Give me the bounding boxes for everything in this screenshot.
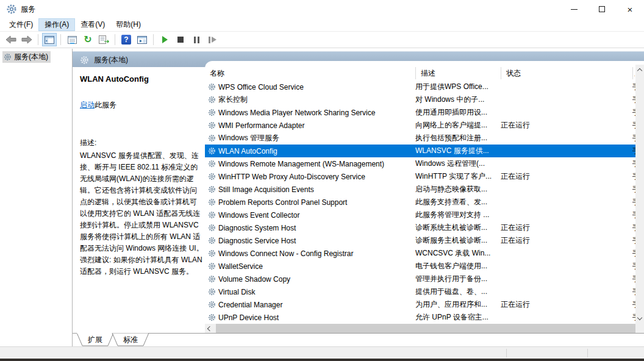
service-status: 正在运行 — [501, 223, 632, 233]
description-label: 描述: — [80, 138, 200, 148]
service-name: WMI Performance Adapter — [218, 121, 415, 130]
window-title: 服务 — [21, 4, 35, 15]
maximize-button[interactable] — [588, 0, 616, 18]
help-icon: ? — [121, 35, 131, 45]
pause-icon — [194, 37, 199, 43]
back-button[interactable] — [4, 33, 18, 46]
service-row[interactable]: Virtual Disk 提供用于磁盘、卷、... 手 — [205, 285, 635, 298]
service-row[interactable]: Windows Remote Management (WS-Management… — [205, 157, 635, 170]
service-row[interactable]: UPnP Device Host 允许 UPnP 设备宿主... 手 — [205, 311, 635, 324]
close-button[interactable]: × — [616, 0, 644, 18]
services-window: 服务 × 文件(F) 操作(A) 查看(V) 帮助(H) — [0, 0, 644, 361]
toolbar: ↻ ? — [0, 32, 644, 48]
properties-button[interactable] — [65, 33, 79, 46]
service-description: 对 Windows 中的子... — [415, 95, 501, 105]
service-row[interactable]: WalletService 电子钱包客户端使用... 手 — [205, 260, 635, 273]
scroll-down-icon[interactable] — [637, 315, 642, 320]
status-divider — [506, 349, 507, 357]
service-name: Virtual Disk — [218, 288, 415, 296]
service-status: 正在运行 — [501, 235, 632, 246]
export-list-icon — [99, 35, 109, 44]
service-row[interactable]: WMI Performance Adapter 向网络上的客户端提... 正在运… — [205, 119, 635, 132]
service-description: Windows 远程管理(... — [415, 159, 501, 169]
service-description: 向网络上的客户端提... — [415, 120, 501, 130]
toolbar-separator — [153, 34, 154, 45]
service-gear-icon — [208, 83, 216, 91]
start-service-button[interactable] — [157, 33, 172, 46]
service-row[interactable]: WLAN AutoConfig WLANSVC 服务提供... 手 — [205, 145, 635, 157]
menu-item-view[interactable]: 查看(V) — [75, 18, 110, 31]
service-description: 提供用于磁盘、卷、... — [415, 287, 501, 297]
service-description: 允许 UPnP 设备宿主... — [415, 312, 501, 323]
menu-item-action[interactable]: 操作(A) — [38, 18, 75, 31]
service-row[interactable]: Diagnostic Service Host 诊断服务主机被诊断... 正在运… — [205, 234, 635, 247]
service-row[interactable]: Problem Reports Control Panel Support 此服… — [205, 196, 635, 209]
help-button[interactable]: ? — [119, 33, 134, 46]
band-title: 服务(本地) — [94, 55, 128, 65]
service-row[interactable]: Windows Connect Now - Config Registrar W… — [205, 247, 635, 260]
stop-icon — [177, 37, 184, 43]
vertical-scrollbar[interactable] — [635, 65, 644, 324]
column-header-status[interactable]: 状态 — [501, 67, 632, 79]
service-row[interactable]: Credential Manager 为用户、应用程序和... 正在运行 手 — [205, 298, 635, 311]
refresh-icon: ↻ — [84, 35, 91, 45]
refresh-button[interactable]: ↻ — [80, 33, 95, 46]
service-row[interactable]: Volume Shadow Copy 管理并执行用于备份... 手 — [205, 273, 635, 285]
column-header-startup-type-clipped[interactable]: 启 — [632, 67, 635, 79]
service-description: 为用户、应用程序和... — [415, 299, 501, 310]
service-row[interactable]: Windows 管理服务 执行包括预配和注册... 手 — [205, 132, 635, 145]
service-description: 诊断服务主机被诊断... — [415, 235, 501, 246]
service-description-text: WLANSVC 服务提供配置、发现、连接、断开与 IEEE 802.11 标准定… — [80, 150, 204, 277]
column-header-description[interactable]: 描述 — [415, 67, 501, 79]
horizontal-scroll-thumb[interactable] — [216, 324, 635, 333]
list-header: 名称 描述 状态 启 — [205, 66, 644, 80]
service-name: 家长控制 — [218, 95, 415, 105]
service-description: 管理并执行用于备份... — [415, 274, 501, 284]
stop-service-button[interactable] — [173, 33, 188, 46]
toolbar-separator — [38, 34, 38, 45]
service-row[interactable]: Windows Event Collector 此服务将管理对支持 ... 手 — [205, 209, 635, 221]
status-divider — [587, 349, 588, 357]
forward-button[interactable] — [20, 33, 34, 46]
service-name: WLAN AutoConfig — [218, 147, 415, 155]
action-pane-icon — [137, 36, 147, 44]
service-name: Windows 管理服务 — [218, 133, 415, 143]
service-description: WCNCSVC 承载 Win... — [415, 248, 501, 259]
minimize-button[interactable] — [560, 0, 588, 18]
status-bar — [0, 346, 644, 359]
service-gear-icon — [208, 288, 216, 296]
restart-service-button[interactable] — [205, 33, 220, 46]
tab-extended[interactable]: 扩展 — [76, 333, 114, 346]
service-description: 用于提供WPS Office... — [415, 82, 501, 92]
menu-item-help[interactable]: 帮助(H) — [110, 18, 146, 31]
export-list-button[interactable] — [96, 33, 111, 46]
column-header-name[interactable]: 名称 — [205, 67, 415, 79]
menu-item-file[interactable]: 文件(F) — [4, 18, 38, 31]
service-name: Credential Manager — [218, 301, 415, 309]
service-row[interactable]: WinHTTP Web Proxy Auto-Discovery Service… — [205, 170, 635, 183]
forward-arrow-icon — [21, 35, 32, 44]
band-gear-icon — [80, 55, 89, 65]
scroll-left-icon[interactable] — [207, 326, 212, 331]
service-row[interactable]: Windows Media Player Network Sharing Ser… — [205, 106, 635, 119]
toolbar-separator — [60, 34, 61, 45]
pause-service-button[interactable] — [189, 33, 204, 46]
service-gear-icon — [208, 134, 216, 142]
show-console-tree-button[interactable] — [42, 33, 57, 46]
start-service-link[interactable]: 启动 — [80, 101, 95, 109]
service-row[interactable]: 家长控制 对 Windows 中的子... 手 — [205, 93, 635, 106]
minimize-icon — [571, 9, 578, 10]
service-description: 此服务支持查看、发... — [415, 197, 501, 207]
service-gear-icon — [208, 185, 216, 193]
tree-item-services-local[interactable]: 服务(本地) — [2, 51, 51, 63]
service-row[interactable]: Diagnostic System Host 诊断系统主机被诊断... 正在运行… — [205, 221, 635, 234]
tab-standard[interactable]: 标准 — [112, 333, 149, 346]
show-action-pane-button[interactable] — [135, 33, 149, 46]
restart-icon — [209, 37, 216, 43]
scroll-up-icon[interactable] — [637, 68, 642, 73]
service-row[interactable]: Still Image Acquisition Events 启动与静态映像获取… — [205, 183, 635, 196]
view-tabs-bar: 扩展 标准 — [73, 333, 644, 346]
service-row[interactable]: WPS Office Cloud Service 用于提供WPS Office.… — [205, 80, 635, 93]
horizontal-scrollbar[interactable] — [205, 324, 635, 333]
service-description: WinHTTP 实现了客户... — [415, 171, 501, 182]
